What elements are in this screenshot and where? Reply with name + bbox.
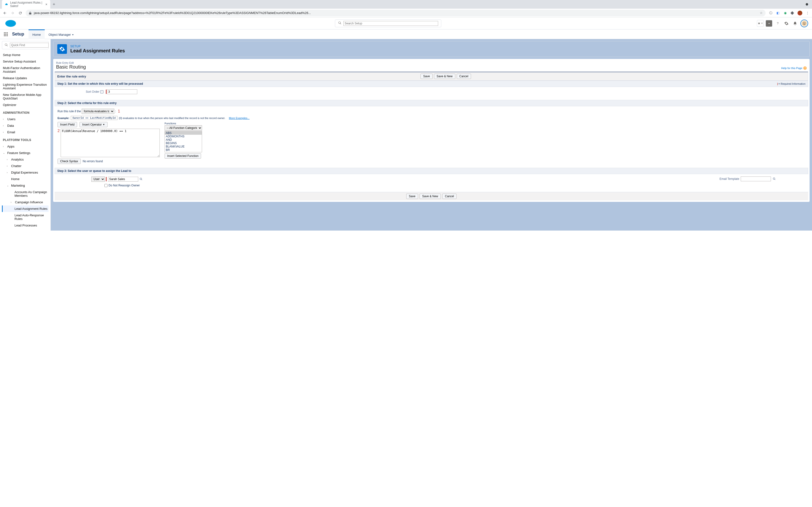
check-syntax-button[interactable]: Check Syntax <box>57 159 81 164</box>
function-item[interactable]: BR <box>165 148 202 152</box>
sidebar-item-users[interactable]: ›Users <box>2 116 49 122</box>
sidebar-item-email[interactable]: ›Email <box>2 129 49 135</box>
example-label: Example: <box>57 117 69 119</box>
sidebar-item-lead-auto[interactable]: Lead Auto-Response Rules <box>2 212 49 222</box>
sidebar-item-marketing[interactable]: ⌄Marketing <box>2 182 49 189</box>
cancel-button[interactable]: Cancel <box>457 74 471 79</box>
salesforce-logo[interactable] <box>5 19 16 27</box>
sidebar-item-chatter[interactable]: ›Chatter <box>2 163 49 169</box>
save-new-button[interactable]: Save & New <box>434 74 455 79</box>
save-button-bottom[interactable]: Save <box>406 193 418 199</box>
detail-title: Basic Routing <box>56 64 86 70</box>
annotation-2: 2 <box>57 129 60 133</box>
reload-button[interactable] <box>18 11 23 15</box>
assign-type-select[interactable]: User <box>91 176 105 182</box>
url-bar[interactable]: java-power-66192.lightning.force.com/lig… <box>26 10 766 16</box>
quick-find-input[interactable] <box>10 43 49 48</box>
sidebar-item-lead-processes[interactable]: Lead Processes <box>2 222 49 229</box>
chevron-right-icon: › <box>7 165 10 167</box>
sidebar-section-admin: ADMINISTRATION <box>2 108 49 116</box>
browser-tab[interactable]: Lead Assignment Rules | Salesf × <box>2 0 50 9</box>
sidebar-item-data[interactable]: ›Data <box>2 122 49 129</box>
chevron-right-icon: › <box>3 131 6 133</box>
chevron-right-icon: › <box>3 145 6 148</box>
sidebar-item-campaign-influence[interactable]: ›Campaign Influence <box>2 199 49 206</box>
assignee-input[interactable] <box>108 177 138 181</box>
sidebar-item-service-setup[interactable]: Service Setup Assistant <box>2 58 49 65</box>
function-category-select[interactable]: -- All Function Categories -- <box>164 125 202 131</box>
reassign-checkbox[interactable] <box>104 184 108 187</box>
star-icon[interactable]: ☆ <box>760 11 763 15</box>
sidebar-item-feature[interactable]: ⌄Feature Settings <box>2 150 49 156</box>
chevron-right-icon: › <box>3 124 6 127</box>
ext-icon-2[interactable]: ◉ <box>783 11 788 15</box>
lookup-icon[interactable] <box>772 177 776 181</box>
tab-home[interactable]: Home <box>29 30 45 39</box>
menu-icon[interactable]: ⋮ <box>805 11 810 15</box>
sidebar-item-lex[interactable]: Lightning Experience Transition Assistan… <box>2 81 49 92</box>
app-launcher-icon[interactable] <box>2 31 10 38</box>
sidebar-item-apps[interactable]: ›Apps <box>2 143 49 150</box>
save-button[interactable]: Save <box>420 74 433 79</box>
function-item[interactable]: BLANKVALUE <box>165 145 202 148</box>
global-search[interactable] <box>335 19 441 27</box>
notifications-icon[interactable] <box>792 20 799 27</box>
insert-operator-button[interactable]: Insert Operator▼ <box>80 122 108 127</box>
help-icon: ? <box>803 66 807 70</box>
favorites-button[interactable]: ★▼ <box>757 20 764 27</box>
function-item[interactable]: ADDMONTHS <box>165 135 202 138</box>
reassign-label: Do Not Reassign Owner <box>108 184 140 187</box>
setup-gear-icon[interactable] <box>783 20 790 27</box>
sidebar-item-mobile[interactable]: New Salesforce Mobile App QuickStart <box>2 92 49 102</box>
help-icon[interactable]: ? <box>774 20 781 27</box>
extensions-icon[interactable] <box>790 11 795 15</box>
function-item[interactable]: AND <box>165 138 202 142</box>
sidebar-item-analytics[interactable]: ›Analytics <box>2 156 49 163</box>
function-list[interactable]: ABS ADDMONTHS AND BEGINS BLANKVALUE BR <box>164 131 202 152</box>
sort-order-input[interactable] <box>107 89 137 94</box>
sidebar-item-optimizer[interactable]: Optimizer <box>2 102 49 108</box>
sort-order-label: Sort Order <box>86 90 99 94</box>
search-icon <box>5 43 8 47</box>
sidebar: Setup Home Service Setup Assistant Multi… <box>0 39 51 231</box>
new-tab-button[interactable]: + <box>52 1 56 8</box>
sidebar-item-accounts-campaign[interactable]: Accounts As Campaign Members <box>2 189 49 199</box>
tab-object-manager[interactable]: Object Manager▾ <box>45 30 78 39</box>
criteria-select[interactable]: formula evaluates to true <box>82 109 114 114</box>
function-item[interactable]: BEGINS <box>165 142 202 145</box>
info-icon[interactable]: i <box>100 90 103 94</box>
sidebar-item-mfa[interactable]: Multi-Factor Authentication Assistant <box>2 65 49 75</box>
sidebar-item-home[interactable]: Home <box>2 176 49 182</box>
sidebar-item-lead-assignment[interactable]: Lead Assignment Rules <box>2 206 49 212</box>
cloud-icon <box>5 2 8 6</box>
close-icon[interactable]: × <box>45 2 47 6</box>
more-examples-link[interactable]: More Examples... <box>229 117 250 119</box>
lookup-icon[interactable] <box>139 177 143 181</box>
function-item[interactable]: ABS <box>165 131 202 135</box>
ext-icon-1[interactable]: ◧ <box>776 11 780 15</box>
svg-point-4 <box>803 22 804 23</box>
insert-function-button[interactable]: Insert Selected Function <box>164 153 201 159</box>
example-formula: OwnerId <> LastModifiedById <box>71 116 117 120</box>
email-template-label: Email Template <box>719 177 739 181</box>
info-ext-icon[interactable]: ⓘ <box>768 11 773 15</box>
detail-eyebrow: Rule Entry Edit <box>56 61 86 64</box>
back-button[interactable] <box>2 11 7 15</box>
cancel-button-bottom[interactable]: Cancel <box>442 193 457 199</box>
sidebar-item-setup-home[interactable]: Setup Home <box>2 52 49 58</box>
svg-point-1 <box>6 22 11 26</box>
quick-find[interactable] <box>2 41 49 49</box>
save-new-button-bottom[interactable]: Save & New <box>419 193 441 199</box>
page-eyebrow: SETUP <box>70 45 125 48</box>
formula-textarea[interactable] <box>61 129 160 157</box>
sidebar-item-digital[interactable]: ›Digital Experiences <box>2 169 49 176</box>
sidebar-item-release[interactable]: Release Updates <box>2 75 49 81</box>
email-template-input[interactable] <box>741 176 771 181</box>
insert-field-button[interactable]: Insert Field <box>57 122 77 127</box>
forward-button[interactable] <box>10 11 15 15</box>
help-link[interactable]: Help for this Page ? <box>781 66 807 70</box>
profile-avatar-icon[interactable] <box>798 11 802 15</box>
user-avatar[interactable] <box>800 19 808 27</box>
search-input[interactable] <box>343 21 438 26</box>
global-actions-button[interactable]: ＋ <box>766 20 772 27</box>
